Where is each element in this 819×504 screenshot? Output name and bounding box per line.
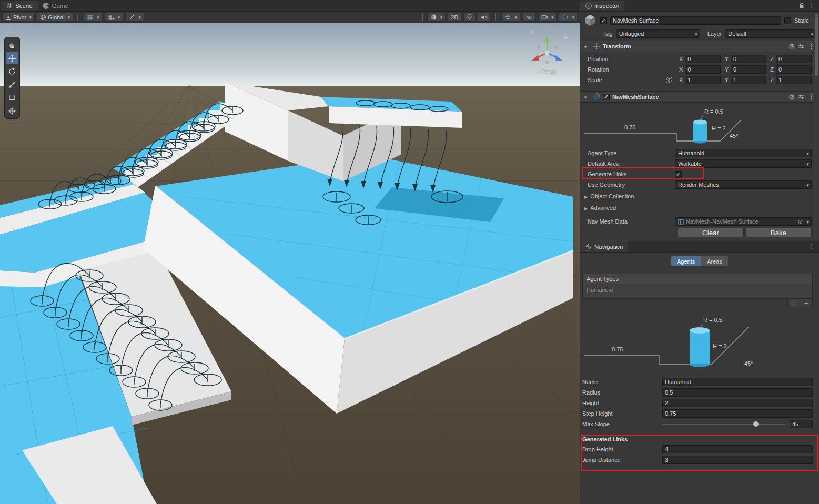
default-area-dropdown[interactable]: Walkable [675,159,812,168]
navmeshsurface-help-icon[interactable]: ? [788,94,795,100]
gameobject-name-field[interactable] [610,16,781,25]
scale-y-input[interactable] [731,76,766,84]
navmeshsurface-foldout-icon[interactable] [583,94,590,100]
default-area-label: Default Area [588,160,675,167]
agent-types-list[interactable]: Humanoid [582,284,813,299]
agent-type-dropdown[interactable]: Humanoid [675,149,812,157]
clear-button[interactable]: Clear [678,228,744,237]
generate-links-row: Generate Links [580,169,819,179]
toolbar-separator-right [421,14,423,21]
tab-inspector[interactable]: i Inspector [580,1,624,11]
drop-height-row: Drop Height [580,444,819,455]
radius-input[interactable] [662,388,813,397]
advanced-label: Advanced [590,205,616,211]
rotation-x-input[interactable] [685,65,720,74]
globe-icon [40,14,46,21]
tab-game[interactable]: Game [38,1,74,11]
navmesh-asset-icon [678,219,684,225]
transform-help-icon[interactable]: ? [788,43,795,50]
object-collection-foldout-icon [584,193,590,199]
pivot-dropdown[interactable]: Pivot [2,13,35,22]
navigation-menu-icon[interactable]: ⋮ [807,243,816,250]
axis-label-x: X [679,77,683,83]
scale-tool[interactable] [6,78,18,90]
height-input[interactable] [662,399,813,407]
rotation-y-input[interactable] [731,65,766,74]
transform-presets-icon[interactable] [798,43,805,49]
rect-tool[interactable] [6,92,18,104]
increment-snap-toggle[interactable] [125,13,144,22]
transform-header[interactable]: Transform ? ⋮ [580,41,819,52]
axis-label-y: Y [725,77,729,83]
name-input[interactable] [662,378,813,386]
gameobject-cube-icon[interactable] [583,14,597,27]
orientation-gizmo[interactable]: Persp [523,32,571,75]
hidden-objects-toggle[interactable] [522,13,536,22]
nav-mesh-data-field[interactable]: NavMesh-NavMesh Surface ⊙ [675,217,812,226]
scale-z-input[interactable] [776,76,812,84]
inspector-menu-icon[interactable]: ⋮ [807,2,816,9]
hand-tool[interactable] [6,39,18,51]
bake-button[interactable]: Bake [745,228,812,237]
move-tool[interactable] [6,52,18,64]
position-y-input[interactable] [731,55,766,63]
constrain-proportions-icon[interactable] [665,77,673,83]
scene-tab-label: Scene [15,3,33,9]
agent-type-item-humanoid[interactable]: Humanoid [587,287,613,293]
gameobject-active-checkbox[interactable] [600,17,607,24]
global-dropdown[interactable]: Global [37,13,73,22]
scene-grid-icon [6,3,13,9]
object-collection-foldout[interactable]: Object Collection [580,191,819,201]
scale-row: Scale X Y Z [580,75,819,85]
name-label: Name [582,379,662,385]
tab-scene[interactable]: Scene [1,1,38,11]
inspector-scrollbar-thumb[interactable] [815,14,818,76]
layer-dropdown[interactable]: Default [725,29,816,38]
use-geometry-dropdown[interactable]: Render Meshes [675,180,812,189]
navmeshsurface-header[interactable]: NavMeshSurface ? ⋮ [580,91,819,103]
scale-x-input[interactable] [685,76,720,84]
tab-navigation[interactable]: Navigation [580,241,628,252]
effects-dropdown[interactable] [501,13,520,22]
advanced-foldout[interactable]: Advanced [580,203,819,213]
inspector-scrollbar[interactable] [814,12,819,239]
snap-settings-toggle[interactable] [105,13,124,22]
drop-height-input[interactable] [662,445,813,453]
jump-distance-row: Jump Distance [580,455,819,465]
step-height-input[interactable] [662,409,813,418]
rotation-z-input[interactable] [776,65,812,74]
tag-dropdown[interactable]: Untagged [616,29,700,38]
navmeshsurface-presets-icon[interactable] [798,94,805,100]
projection-label[interactable]: Persp [523,68,571,75]
agent-type-value: Humanoid [678,150,704,156]
inspector-lock-icon[interactable] [799,3,804,9]
tools-overlay-menu-icon[interactable]: ≡ [6,26,11,34]
audio-toggle-button[interactable] [478,13,491,22]
position-x-input[interactable] [685,55,720,63]
object-picker-icon[interactable]: ⊙ [798,218,803,225]
position-z-input[interactable] [776,55,812,63]
max-slope-slider-handle[interactable] [753,421,759,427]
static-checkbox[interactable] [784,17,791,24]
add-agent-button[interactable]: + [792,300,796,306]
gizmos-dropdown[interactable] [559,13,578,22]
rotation-label: Rotation [588,66,675,73]
remove-agent-button[interactable]: − [804,300,808,306]
2d-togg le-button[interactable]: 2D [448,13,461,22]
camera-overlay-dropdown[interactable] [538,13,557,22]
max-slope-input[interactable] [790,420,813,428]
generate-links-checkbox[interactable] [675,171,682,178]
shading-mode-dropdown[interactable] [427,13,446,22]
scene-viewport[interactable]: ≡ ≡ [0,23,580,504]
agent-types-title: Agent Types [587,276,619,282]
navmeshsurface-enabled-checkbox[interactable] [603,94,610,100]
tab-areas[interactable]: Areas [701,256,728,266]
grid-visibility-toggle[interactable] [84,13,103,22]
transform-tool[interactable] [6,105,18,117]
max-slope-slider[interactable] [662,420,785,428]
rotate-tool[interactable] [6,65,18,77]
jump-distance-input[interactable] [662,456,813,464]
tab-agents[interactable]: Agents [671,256,701,266]
lighting-toggle-button[interactable] [463,13,476,22]
transform-foldout-icon[interactable] [583,43,590,49]
